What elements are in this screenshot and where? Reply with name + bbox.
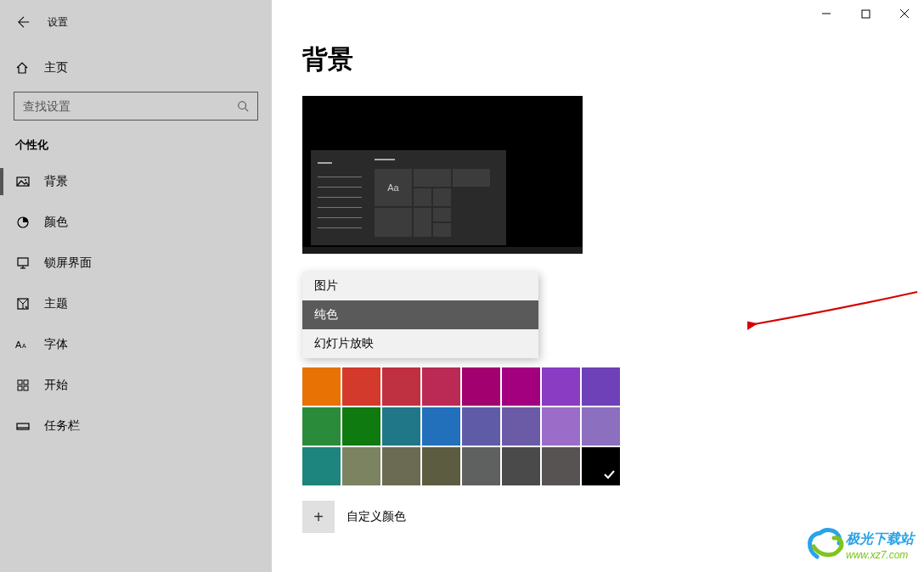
custom-color-button[interactable]: + bbox=[302, 501, 335, 533]
maximize-button[interactable] bbox=[846, 0, 885, 27]
color-swatch-11[interactable] bbox=[422, 407, 460, 446]
nav-item-4[interactable]: AA字体 bbox=[0, 324, 272, 365]
nav-icon-1 bbox=[15, 216, 31, 229]
color-swatch-22[interactable] bbox=[542, 447, 580, 485]
dropdown-option-1[interactable]: 纯色 bbox=[302, 300, 538, 329]
nav-icon-4: AA bbox=[15, 339, 31, 350]
nav-icon-3 bbox=[15, 297, 31, 311]
nav-label: 任务栏 bbox=[44, 418, 80, 434]
svg-rect-15 bbox=[17, 423, 29, 429]
nav-item-2[interactable]: 锁屏界面 bbox=[0, 243, 272, 283]
nav-label: 主题 bbox=[44, 296, 68, 311]
svg-line-1 bbox=[245, 109, 249, 112]
close-button[interactable] bbox=[885, 0, 924, 27]
nav-item-5[interactable]: 开始 bbox=[0, 365, 272, 406]
color-swatch-21[interactable] bbox=[502, 447, 540, 485]
color-swatch-23[interactable] bbox=[582, 447, 620, 485]
nav-item-6[interactable]: 任务栏 bbox=[0, 406, 272, 446]
color-swatch-20[interactable] bbox=[462, 447, 500, 485]
search-box[interactable] bbox=[14, 92, 258, 121]
nav-item-1[interactable]: 颜色 bbox=[0, 202, 272, 243]
home-label: 主页 bbox=[44, 60, 68, 76]
color-swatch-18[interactable] bbox=[382, 447, 420, 485]
color-swatch-16[interactable] bbox=[302, 447, 341, 485]
home-link[interactable]: 主页 bbox=[0, 51, 272, 85]
nav-label: 字体 bbox=[44, 337, 68, 352]
plus-icon: + bbox=[313, 508, 324, 527]
window-controls bbox=[807, 0, 924, 27]
back-arrow-icon bbox=[18, 16, 30, 28]
preview-start-menu: Aa bbox=[311, 150, 506, 245]
nav-label: 背景 bbox=[44, 174, 68, 189]
back-button[interactable] bbox=[10, 8, 37, 36]
color-swatch-3[interactable] bbox=[422, 367, 460, 406]
color-swatch-4[interactable] bbox=[462, 367, 500, 406]
color-swatch-14[interactable] bbox=[542, 407, 580, 446]
svg-rect-18 bbox=[862, 10, 870, 18]
svg-rect-14 bbox=[24, 386, 28, 390]
color-swatch-17[interactable] bbox=[342, 447, 380, 485]
custom-color-label: 自定义颜色 bbox=[346, 509, 406, 524]
nav-icon-5 bbox=[15, 379, 31, 392]
color-swatch-1[interactable] bbox=[342, 367, 380, 406]
color-swatch-2[interactable] bbox=[382, 367, 420, 406]
color-swatch-12[interactable] bbox=[462, 407, 500, 446]
color-grid bbox=[302, 367, 620, 485]
page-title: 背景 bbox=[302, 42, 893, 77]
svg-rect-13 bbox=[18, 386, 22, 390]
color-swatch-6[interactable] bbox=[542, 367, 580, 406]
dropdown-option-0[interactable]: 图片 bbox=[302, 272, 538, 300]
search-input[interactable] bbox=[14, 99, 228, 113]
color-swatch-19[interactable] bbox=[422, 447, 460, 485]
section-title: 个性化 bbox=[0, 121, 272, 161]
sidebar: 设置 主页 个性化 背景颜色锁屏界面主题AA字体开始任务栏 bbox=[0, 0, 272, 572]
svg-point-0 bbox=[239, 102, 246, 109]
annotation-arrow bbox=[747, 287, 924, 338]
svg-rect-5 bbox=[18, 258, 28, 266]
nav-icon-2 bbox=[15, 256, 31, 270]
svg-rect-2 bbox=[17, 177, 29, 186]
svg-rect-12 bbox=[24, 380, 28, 384]
color-swatch-0[interactable] bbox=[302, 367, 341, 406]
main-content: 背景 Aa 图片纯色幻灯片放映 bbox=[272, 0, 924, 572]
minimize-button[interactable] bbox=[807, 0, 846, 27]
search-icon bbox=[228, 100, 257, 112]
svg-text:A: A bbox=[15, 339, 22, 350]
nav-item-3[interactable]: 主题 bbox=[0, 283, 272, 324]
nav-icon-0 bbox=[15, 175, 31, 188]
svg-rect-11 bbox=[18, 380, 22, 384]
check-icon bbox=[603, 468, 615, 480]
nav-label: 锁屏界面 bbox=[44, 255, 92, 271]
nav-label: 开始 bbox=[44, 378, 68, 393]
color-swatch-7[interactable] bbox=[582, 367, 620, 406]
color-swatch-8[interactable] bbox=[302, 407, 341, 446]
color-swatch-5[interactable] bbox=[502, 367, 540, 406]
svg-text:A: A bbox=[22, 343, 26, 349]
background-type-dropdown[interactable]: 图片纯色幻灯片放映 bbox=[302, 272, 538, 358]
preview-tile-aa: Aa bbox=[375, 169, 412, 206]
color-swatch-10[interactable] bbox=[382, 407, 420, 446]
desktop-preview: Aa bbox=[302, 96, 583, 254]
color-swatch-15[interactable] bbox=[582, 407, 620, 446]
app-title: 设置 bbox=[48, 15, 68, 30]
nav-icon-6 bbox=[15, 419, 31, 433]
home-icon bbox=[15, 61, 31, 75]
color-swatch-9[interactable] bbox=[342, 407, 380, 446]
nav-item-0[interactable]: 背景 bbox=[0, 161, 272, 202]
color-swatch-13[interactable] bbox=[502, 407, 540, 446]
svg-point-3 bbox=[25, 179, 26, 181]
nav-label: 颜色 bbox=[44, 215, 68, 230]
dropdown-option-2[interactable]: 幻灯片放映 bbox=[302, 329, 538, 358]
